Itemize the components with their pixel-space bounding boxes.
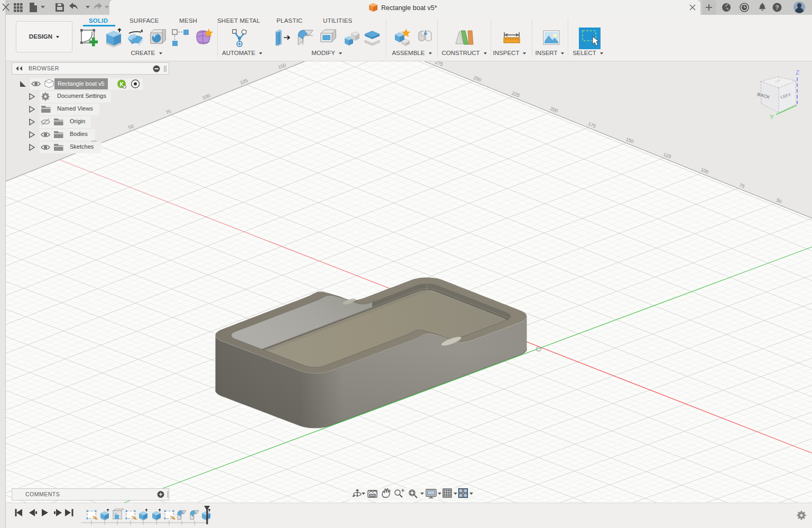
- svg-text:Rectangle boat v5*: Rectangle boat v5*: [381, 4, 437, 12]
- svg-text:Y: Y: [770, 114, 774, 120]
- svg-text:?: ?: [775, 4, 779, 11]
- svg-text:Z: Z: [796, 69, 799, 76]
